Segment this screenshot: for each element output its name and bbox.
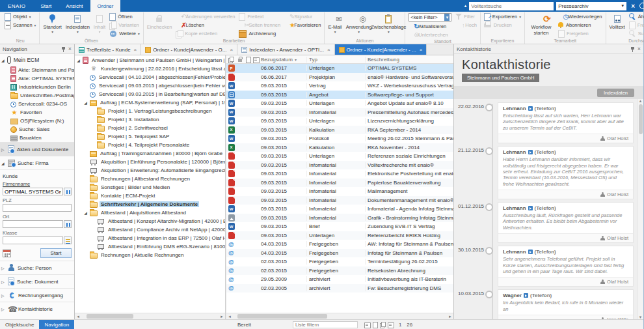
tree-item[interactable]: Projekt | 5. Teilprojekt SAP xyxy=(75,132,225,141)
ribbon-button-archivierung[interactable]: Archivierung xyxy=(237,29,282,38)
sidebar-item-industriekunden-berlin[interactable]: Industriekunden Berlin xyxy=(0,83,74,91)
list-horizontal-scrollbar[interactable]: ◂ ▸ xyxy=(226,313,453,319)
view-columns-icon[interactable] xyxy=(380,322,386,328)
firmenname-field[interactable] xyxy=(3,188,63,195)
view-grid-icon[interactable] xyxy=(364,322,370,328)
tree-item[interactable]: ◢Auftrag | ECM-Systemerweiterung (SAP, P… xyxy=(75,98,225,107)
tree-item[interactable]: Servicecall | 04.10.2004 | abgeschlossen… xyxy=(75,73,225,81)
column-header-beschreibung[interactable]: Beschreibung xyxy=(365,57,453,63)
ribbon-tab-ansicht[interactable]: Ansicht xyxy=(59,0,90,12)
plz-field[interactable] xyxy=(3,204,72,212)
pin-panel-icon[interactable] xyxy=(630,46,636,52)
list-row[interactable]: @02.03.2015FreigegebenReisekosten Abrech… xyxy=(226,266,453,276)
ort-field[interactable] xyxy=(3,220,63,228)
scroll-left-icon[interactable]: ◂ xyxy=(75,314,81,319)
expander-icon[interactable]: ▷ xyxy=(1,293,5,298)
tab-ordner-kunde-anwender-o[interactable]: Ordner - Kunde|Anwender - O...× xyxy=(141,44,237,55)
list-row[interactable]: 09.03.2015UnterlagenReferenzbericht ERIK… xyxy=(226,231,453,240)
search-scope-select[interactable]: Pressearchiv ▼ xyxy=(556,2,626,10)
contacts-vertical-scrollbar[interactable]: ▲ ▼ xyxy=(637,99,643,319)
tree-item[interactable]: Projekt | 4. Teilprojekt Personalakte xyxy=(75,141,225,149)
nav-section-suche-person[interactable]: ▷Suche: Person xyxy=(0,261,74,274)
expander-icon[interactable]: ▷ xyxy=(1,279,5,284)
close-tab-icon[interactable]: × xyxy=(420,47,423,53)
tree-item[interactable]: Auftrag | Trainingsmaßnahmen | 80000 | B… xyxy=(75,149,225,158)
ribbon-button-scannen[interactable]: Scannen▾ xyxy=(3,21,38,29)
links-column-icon[interactable] xyxy=(228,57,234,63)
fulltext-search-input[interactable] xyxy=(469,2,554,10)
tree-item[interactable]: Projekt | 2. Schriftwechsel xyxy=(75,124,225,132)
list-row[interactable]: W09.03.2015InfomaterialPressemitteilung … xyxy=(226,108,453,117)
list-row[interactable]: W09.03.2015ProtokollMeeting 26.02.2015 S… xyxy=(226,134,453,143)
lock-column-icon[interactable] xyxy=(237,57,243,63)
notes-column-icon[interactable] xyxy=(245,57,251,63)
list-row[interactable]: @02.03.2015FreigegebenTerminbestätigung … xyxy=(226,257,453,266)
scroll-up-icon[interactable]: ▲ xyxy=(639,99,643,103)
tree-item[interactable]: Kontakte | ECM-Projekt xyxy=(75,192,225,200)
annotations-column-icon[interactable] xyxy=(253,57,259,63)
sidebar-item-os-filesystem-n[interactable]: OS|Filesystem (N:) xyxy=(0,117,74,125)
sidebar-item-servicecall-0234-os[interactable]: Servicecall: 0234-OS xyxy=(0,100,74,108)
list-row[interactable]: @02.03.2005archiviertFw: Besucherregistr… xyxy=(226,284,453,293)
list-row[interactable]: X09.03.2015KalkulationRKA September - 20… xyxy=(226,126,453,135)
field-list-icon[interactable] xyxy=(64,236,72,244)
expander-icon[interactable]: ◢ xyxy=(1,161,5,165)
ribbon-button-favorisieren[interactable]: Favorisieren xyxy=(282,21,323,29)
list-row[interactable]: P06.06.2017UnterlagenOPTIMAL SYSTEMS xyxy=(226,64,453,73)
ribbon-button-objekt[interactable]: Objekt▾ xyxy=(3,12,38,21)
nav-section-kontakthistorie[interactable]: ▷Kontakthistorie xyxy=(0,302,74,315)
list-row[interactable]: W09.03.2015BriefZusendung EVB-IT S Vertr… xyxy=(226,222,453,231)
ribbon-button-standort[interactable]: Standort▾ xyxy=(41,12,63,33)
list-filter-input[interactable] xyxy=(293,321,358,328)
view-cards-icon[interactable] xyxy=(388,322,394,328)
tree-item[interactable]: Servicecall | 09.03.2015 | abgeschlossen… xyxy=(75,81,225,90)
contact-card[interactable]: Wagner(Telefon)Im Augenblick kein Bedarf… xyxy=(498,290,633,319)
nav-section-akten-und-dokumente[interactable]: ▷ Akten und Dokumente xyxy=(0,142,74,156)
list-row[interactable]: W09.03.2015UnterlagenLizenzvernichtungse… xyxy=(226,117,453,126)
list-row[interactable]: @29.05.2009archiviertInitiativbewerbung … xyxy=(226,275,453,284)
ribbon-button-hnliche-objekte[interactable]: Ähnliche Objekte xyxy=(627,12,644,21)
expander-icon[interactable]: ◢ xyxy=(1,58,5,63)
list-row[interactable]: @04.03.2015FreigegebenInfotag für Steinm… xyxy=(226,249,453,258)
ribbon-button-aktualisieren[interactable]: Aktualisieren xyxy=(407,22,453,31)
tree-item[interactable]: Sonstiges | Bilder und Medien xyxy=(75,183,225,192)
close-tab-icon[interactable]: × xyxy=(134,47,137,53)
close-panel-icon[interactable]: × xyxy=(637,46,641,52)
search-go-icon[interactable] xyxy=(639,3,644,9)
expander-icon[interactable]: ◢ xyxy=(83,210,88,215)
ribbon-tab-start[interactable]: Start xyxy=(33,0,59,12)
field-options-icon[interactable] xyxy=(64,188,72,195)
tree-item[interactable]: Projekt | 3. Installation xyxy=(75,115,225,124)
ribbon-button-volltext[interactable]: Volltext xyxy=(608,12,627,31)
view-document-icon[interactable] xyxy=(372,322,378,328)
tree-item[interactable]: ◢Altbestand | Akquisitionen Altbestand xyxy=(75,208,225,217)
ribbon-button-indexdaten[interactable]: Indexdaten▾ xyxy=(64,12,92,33)
filter-combobox[interactable]: <kein Filter>▼ xyxy=(409,13,451,21)
pin-panel-icon[interactable] xyxy=(61,46,66,52)
ribbon-button-zwischenablage[interactable]: Zwischenablage▾ xyxy=(373,12,403,33)
sidebar-tab-navigation[interactable]: Navigation xyxy=(39,320,74,329)
ribbon-button-workflow-starten[interactable]: Workflow starten xyxy=(526,12,556,36)
nav-section-rechnungseingang[interactable]: ▷Rechnungseingang xyxy=(0,288,74,302)
contact-card[interactable]: Lehmann(Telefon)Ausschreibung läuft, Rüc… xyxy=(498,203,633,242)
close-tab-icon[interactable]: × xyxy=(230,47,234,53)
klasse-field[interactable] xyxy=(3,236,63,244)
tree-item[interactable]: Kundengewinnung | 22.02.2016 | Entscheid… xyxy=(75,64,225,73)
nav-root-mein-ecm[interactable]: ◢ Mein ECM xyxy=(0,54,74,66)
list-row[interactable]: X09.03.2015KalkulationRKA November - 201… xyxy=(226,143,453,152)
list-row[interactable]: 09.03.2015InfomaterialGrafik - Brainstor… xyxy=(226,214,453,223)
tree-horizontal-scrollbar[interactable]: ◂ ▸ xyxy=(75,313,225,319)
tree-item[interactable]: Akquisition | Erweiterung: Automatisiert… xyxy=(75,166,225,175)
sidebar-item-akte-steinmann-und-paulsen[interactable]: Akte: Steinmann und Paulsen xyxy=(0,66,74,74)
indexdaten-button[interactable]: Indexdaten xyxy=(597,89,634,97)
contact-card[interactable]: Lehmann(Telefon)Entscheidung lässt auf s… xyxy=(498,103,633,143)
scroll-right-icon[interactable]: ▸ xyxy=(447,314,453,319)
sidebar-item-unterschriften-postmappe[interactable]: Unterschriften-/Postmappe xyxy=(0,91,74,100)
expander-icon[interactable]: ◢ xyxy=(83,100,88,105)
close-tab-icon[interactable]: × xyxy=(327,47,330,53)
field-options-icon[interactable] xyxy=(64,220,72,228)
nav-section-suche-firma[interactable]: ◢ Suche: Firma xyxy=(0,156,74,169)
tree-item[interactable]: Akquisition | Einführung Personalakte | … xyxy=(75,158,225,166)
ribbon-button-wiedervorlegen[interactable]: Wiedervorlegen xyxy=(556,12,604,21)
tree-item[interactable]: Rechnungen | Aktuelle Rechnungen xyxy=(75,251,225,259)
